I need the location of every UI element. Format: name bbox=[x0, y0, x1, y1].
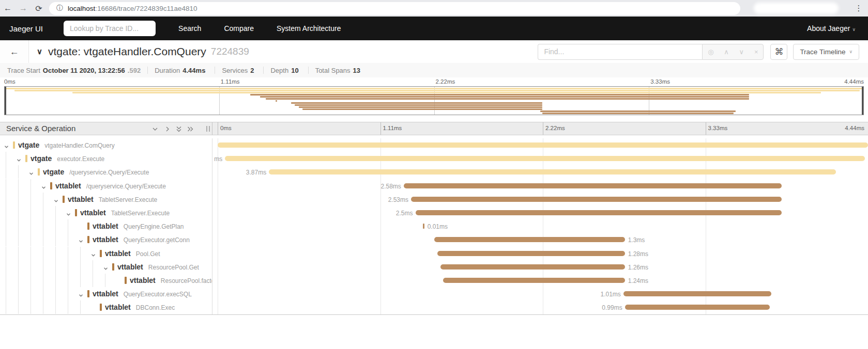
span-bar[interactable] bbox=[218, 142, 868, 148]
browser-back-icon[interactable]: ← bbox=[0, 4, 16, 13]
span-row[interactable]: vttabletQueryExecutor.execSQL1.01ms bbox=[0, 287, 868, 300]
find-next-icon[interactable]: ∨ bbox=[739, 48, 744, 56]
collapse-one-icon[interactable] bbox=[151, 125, 159, 135]
span-bar[interactable] bbox=[423, 224, 424, 229]
span-row[interactable]: vtgatevtgateHandler.ComQuery bbox=[0, 138, 868, 152]
collapse-all-icon[interactable] bbox=[175, 125, 183, 135]
span-collapse-chevron-icon[interactable] bbox=[28, 169, 35, 176]
span-name-cell[interactable]: vtgate/queryservice.Query/Execute bbox=[0, 165, 212, 179]
minimap-tick-label: 4.44ms bbox=[844, 78, 864, 85]
span-collapse-chevron-icon[interactable] bbox=[53, 197, 59, 203]
address-bar[interactable]: ⓘ localhost:16686/trace/7224839c11ae4810 bbox=[49, 2, 740, 15]
service-name: vttabletResourcePool.Get bbox=[117, 263, 199, 271]
span-collapse-chevron-icon[interactable] bbox=[4, 142, 10, 149]
tree-guide-line bbox=[93, 274, 93, 287]
operation-name: ResourcePool.factory bbox=[161, 277, 212, 284]
span-row[interactable]: vttabletResourcePool.Get1.26ms bbox=[0, 260, 868, 274]
span-row[interactable]: vtgate/queryservice.Query/Execute3.87ms bbox=[0, 165, 868, 179]
nav-link-search[interactable]: Search bbox=[178, 24, 201, 33]
span-row[interactable]: vttabletTabletServer.Execute2.53ms bbox=[0, 193, 868, 206]
tree-guide-line bbox=[55, 287, 56, 300]
column-resize-grip[interactable] bbox=[206, 126, 210, 132]
span-name-cell[interactable]: vttabletTabletServer.Execute bbox=[0, 193, 212, 206]
service-color-accent bbox=[87, 290, 89, 297]
span-bar[interactable] bbox=[416, 210, 782, 215]
span-row[interactable]: vttabletQueryExecutor.getConn1.3ms bbox=[0, 233, 868, 246]
span-bar[interactable] bbox=[434, 237, 625, 242]
timeline-gridline bbox=[218, 122, 218, 135]
minimap-canvas[interactable] bbox=[4, 86, 864, 115]
browser-menu-icon[interactable]: ⋮ bbox=[851, 0, 866, 17]
nav-link-system-architecture[interactable]: System Architecture bbox=[277, 24, 341, 33]
trace-lookup-input[interactable] bbox=[64, 21, 156, 36]
minimap-right-scrubber[interactable] bbox=[862, 87, 863, 115]
span-collapse-chevron-icon[interactable] bbox=[103, 264, 109, 271]
service-color-accent bbox=[87, 223, 89, 230]
span-collapse-chevron-icon[interactable] bbox=[78, 237, 84, 243]
tree-guide-line bbox=[6, 179, 6, 193]
span-duration-label: 1.01ms bbox=[600, 291, 620, 298]
span-name-cell[interactable]: vttabletDBConn.Exec bbox=[0, 300, 212, 314]
span-name-cell[interactable]: vttablet/queryservice.Query/Execute bbox=[0, 179, 212, 193]
span-bar[interactable] bbox=[225, 156, 865, 161]
span-bar[interactable] bbox=[404, 183, 782, 188]
find-match-icon[interactable]: ◎ bbox=[708, 48, 713, 56]
redacted-bookmark-blur bbox=[754, 3, 839, 14]
span-collapse-chevron-icon[interactable] bbox=[78, 291, 84, 297]
find-input[interactable] bbox=[538, 44, 702, 60]
back-button[interactable]: ← bbox=[0, 40, 29, 63]
span-name-cell[interactable]: vttabletResourcePool.factory bbox=[0, 274, 212, 287]
span-name-cell[interactable]: vttabletQueryEngine.GetPlan bbox=[0, 219, 212, 233]
browser-forward-icon[interactable]: → bbox=[16, 4, 31, 13]
span-name-cell[interactable]: vttabletPool.Get bbox=[0, 247, 212, 260]
span-bar[interactable] bbox=[437, 251, 625, 256]
span-bar[interactable] bbox=[443, 278, 625, 283]
expand-all-icon[interactable] bbox=[186, 125, 194, 135]
find-clear-icon[interactable]: × bbox=[754, 48, 758, 56]
span-collapse-chevron-icon[interactable] bbox=[66, 210, 72, 216]
operation-name: Pool.Get bbox=[136, 250, 160, 258]
span-row[interactable]: vttabletDBConn.Exec0.99ms bbox=[0, 300, 868, 314]
span-row[interactable]: vttabletPool.Get1.28ms bbox=[0, 247, 868, 260]
span-row[interactable]: vttabletResourcePool.factory1.24ms bbox=[0, 274, 868, 287]
span-collapse-chevron-icon[interactable] bbox=[90, 251, 97, 257]
span-bar[interactable] bbox=[411, 197, 782, 202]
span-collapse-chevron-icon[interactable] bbox=[41, 183, 47, 189]
span-bar[interactable] bbox=[269, 169, 836, 174]
span-duration-label: 1.3ms bbox=[628, 236, 645, 244]
about-jaeger-menu[interactable]: About Jaeger∨ bbox=[807, 24, 856, 33]
span-name-cell[interactable]: vttabletTabletServer.Execute bbox=[0, 206, 212, 219]
span-row[interactable]: vtgateexecutor.Executems bbox=[0, 152, 868, 165]
chevron-down-icon: ∨ bbox=[849, 49, 852, 54]
span-name-cell[interactable]: vttabletQueryExecutor.getConn bbox=[0, 233, 212, 246]
span-name-cell[interactable]: vtgateexecutor.Execute bbox=[0, 152, 212, 165]
span-row[interactable]: vttabletTabletServer.Execute2.5ms bbox=[0, 206, 868, 219]
trace-view-dropdown[interactable]: Trace Timeline∨ bbox=[793, 44, 859, 60]
span-bar[interactable] bbox=[625, 305, 770, 310]
span-row[interactable]: vttablet/queryservice.Query/Execute2.58m… bbox=[0, 179, 868, 193]
nav-link-compare[interactable]: Compare bbox=[224, 24, 254, 33]
tree-guide-line bbox=[43, 274, 43, 287]
operation-name: DBConn.Exec bbox=[136, 304, 175, 311]
span-duration-label: 2.58ms bbox=[380, 183, 401, 190]
span-bar[interactable] bbox=[440, 264, 625, 269]
span-name-cell[interactable]: vttabletResourcePool.Get bbox=[0, 260, 212, 274]
span-name-cell[interactable]: vtgatevtgateHandler.ComQuery bbox=[0, 138, 212, 152]
span-bar[interactable] bbox=[623, 291, 771, 296]
collapse-header-chevron[interactable]: ∨ bbox=[37, 47, 42, 56]
span-row[interactable]: vttabletQueryEngine.GetPlan0.01ms bbox=[0, 219, 868, 233]
minimap-span-bar bbox=[260, 96, 749, 98]
browser-reload-icon[interactable]: ⟳ bbox=[31, 4, 47, 13]
minimap-left-scrubber[interactable] bbox=[5, 87, 6, 115]
site-info-icon[interactable]: ⓘ bbox=[56, 4, 63, 13]
span-bar-area: 1.28ms bbox=[212, 247, 868, 260]
span-duration-label: 2.53ms bbox=[388, 196, 408, 203]
keyboard-shortcuts-button[interactable]: ⌘ bbox=[770, 44, 787, 60]
span-collapse-chevron-icon[interactable] bbox=[16, 156, 22, 162]
timeline-gridline bbox=[706, 122, 706, 135]
jaeger-brand[interactable]: Jaeger UI bbox=[9, 24, 43, 33]
expand-one-icon[interactable] bbox=[163, 125, 172, 135]
timeline-tick-label: 0ms bbox=[220, 125, 232, 131]
find-prev-icon[interactable]: ∧ bbox=[724, 48, 729, 56]
span-name-cell[interactable]: vttabletQueryExecutor.execSQL bbox=[0, 287, 212, 300]
